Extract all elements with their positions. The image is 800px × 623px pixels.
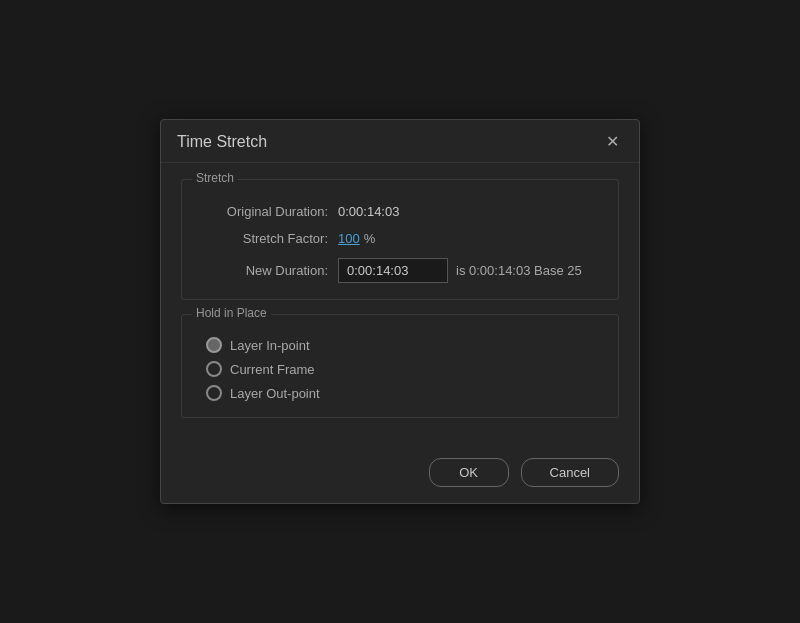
stretch-factor-unit: % [364, 231, 376, 246]
radio-group: Layer In-point Current Frame Layer Out-p… [198, 337, 602, 401]
stretch-factor-row: Stretch Factor: 100 % [198, 231, 602, 246]
cancel-button[interactable]: Cancel [521, 458, 619, 487]
hold-in-place-section: Hold in Place Layer In-point Current Fra… [181, 314, 619, 418]
time-stretch-dialog: Time Stretch ✕ Stretch Original Duration… [160, 119, 640, 504]
ok-button[interactable]: OK [429, 458, 509, 487]
stretch-factor-value[interactable]: 100 [338, 231, 360, 246]
radio-layer-out-point[interactable]: Layer Out-point [206, 385, 602, 401]
radio-label-layer-in-point: Layer In-point [230, 338, 310, 353]
stretch-factor-label: Stretch Factor: [198, 231, 328, 246]
new-duration-suffix: is 0:00:14:03 Base 25 [456, 263, 582, 278]
original-duration-label: Original Duration: [198, 204, 328, 219]
hold-section-label: Hold in Place [192, 306, 271, 320]
new-duration-input[interactable] [338, 258, 448, 283]
dialog-title: Time Stretch [177, 133, 267, 151]
radio-layer-in-point[interactable]: Layer In-point [206, 337, 602, 353]
dialog-body: Stretch Original Duration: 0:00:14:03 St… [161, 163, 639, 448]
original-duration-row: Original Duration: 0:00:14:03 [198, 204, 602, 219]
dialog-footer: OK Cancel [161, 448, 639, 503]
original-duration-value: 0:00:14:03 [338, 204, 399, 219]
radio-label-current-frame: Current Frame [230, 362, 315, 377]
radio-circle-layer-in-point [206, 337, 222, 353]
title-bar: Time Stretch ✕ [161, 120, 639, 163]
stretch-section-label: Stretch [192, 171, 238, 185]
radio-circle-layer-out-point [206, 385, 222, 401]
radio-label-layer-out-point: Layer Out-point [230, 386, 320, 401]
radio-circle-current-frame [206, 361, 222, 377]
radio-current-frame[interactable]: Current Frame [206, 361, 602, 377]
close-button[interactable]: ✕ [602, 132, 623, 152]
stretch-section: Stretch Original Duration: 0:00:14:03 St… [181, 179, 619, 300]
new-duration-row: New Duration: is 0:00:14:03 Base 25 [198, 258, 602, 283]
new-duration-label: New Duration: [198, 263, 328, 278]
